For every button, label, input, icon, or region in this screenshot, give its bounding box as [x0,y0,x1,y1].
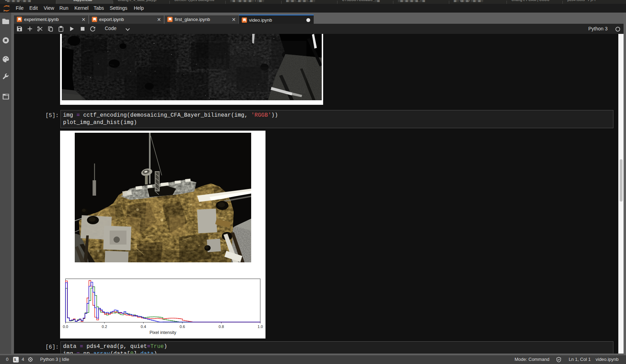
svg-text:0.8: 0.8 [219,325,224,329]
svg-text:0.0: 0.0 [63,325,68,329]
svg-text:0.2: 0.2 [102,325,107,329]
svg-text:Pixel intensity: Pixel intensity [150,330,176,335]
svg-text:1.0: 1.0 [257,325,263,329]
svg-text:0.4: 0.4 [141,325,146,329]
svg-text:$_: $_ [14,358,19,362]
svg-text:0.6: 0.6 [180,325,185,329]
